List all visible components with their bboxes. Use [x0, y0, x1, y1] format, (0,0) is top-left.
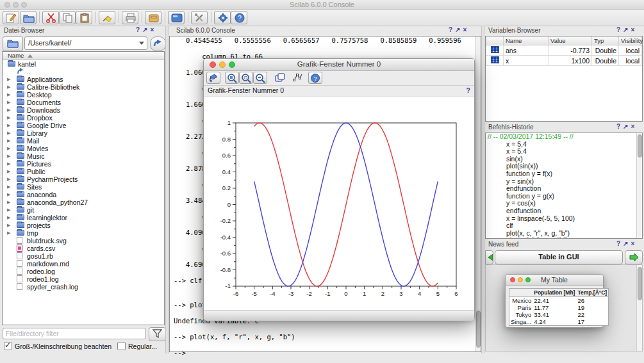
file-tree-item[interactable]: ▶Pictures	[3, 160, 164, 168]
help-button[interactable]: ?	[231, 11, 247, 24]
expand-arrow-icon[interactable]: ▶	[7, 91, 10, 99]
demo-table-row[interactable]: Singa...4.2417	[509, 318, 609, 326]
panel-help-icon[interactable]: ?	[616, 26, 623, 33]
expand-arrow-icon[interactable]: ▶	[7, 198, 10, 206]
col-population[interactable]: Population [Mh]	[533, 289, 576, 297]
expand-arrow-icon[interactable]: ▶	[7, 83, 10, 91]
expand-arrow-icon[interactable]: ▶	[7, 206, 10, 214]
file-tree-item[interactable]: ..	[3, 68, 164, 76]
demo-table-row[interactable]: Tokyo33.4122	[509, 311, 609, 318]
filter-button[interactable]	[149, 327, 166, 341]
panel-help-icon[interactable]: ?	[136, 26, 142, 33]
news-scrollbar-thumb[interactable]	[638, 267, 642, 300]
history-command[interactable]: endfunction	[486, 185, 642, 193]
file-tree-item[interactable]: ▶anaconda	[3, 191, 164, 198]
panel-close-icon[interactable]: ×	[151, 26, 157, 33]
variable-row[interactable]: x1x100Doublelocal	[486, 56, 642, 66]
file-tree-item[interactable]: ▶git	[3, 206, 164, 214]
expand-arrow-icon[interactable]: ▶	[7, 175, 10, 183]
file-tree-item[interactable]: ▶Sites	[3, 183, 164, 191]
case-sensitive-checkbox[interactable]	[4, 342, 12, 350]
table-in-gui-button[interactable]: Table in GUI	[495, 250, 623, 264]
tools-button[interactable]	[191, 11, 208, 24]
file-tree-item[interactable]: gosu1.rb	[3, 252, 164, 260]
datatips-button[interactable]	[291, 72, 305, 84]
demo-table-row[interactable]: Mexico22.4126	[509, 297, 609, 305]
file-tree-item[interactable]: ▶projects	[3, 222, 164, 229]
col-visibility[interactable]: Visibility	[619, 36, 642, 45]
open-file-button[interactable]	[20, 11, 37, 24]
panel-undock-icon[interactable]: ↗	[623, 240, 631, 247]
expand-arrow-icon[interactable]: ▶	[7, 145, 10, 152]
expand-arrow-icon[interactable]: ▶	[7, 160, 10, 168]
file-tree-item[interactable]: ▶learninglektor	[3, 214, 164, 222]
expand-arrow-icon[interactable]: ▶	[7, 168, 10, 175]
command-history-list[interactable]: // -- 02/03/2017 12:15:49 -- //x = 5,4x …	[485, 133, 643, 239]
expand-arrow-icon[interactable]: ▶	[7, 152, 10, 160]
file-tree-item[interactable]: ▶Applications	[3, 76, 164, 83]
up-directory-button[interactable]	[150, 36, 166, 51]
zoom-out-button[interactable]	[253, 72, 267, 84]
file-tree-item[interactable]: ▶tmp	[3, 229, 164, 237]
history-scrollbar-thumb[interactable]	[638, 134, 642, 157]
file-tree-item[interactable]: ▶anaconda_python27	[3, 198, 164, 206]
file-tree-item[interactable]: ▶Public	[3, 168, 164, 175]
file-tree-item[interactable]: ▶Dropbox	[3, 114, 164, 122]
expand-arrow-icon[interactable]: ▶	[7, 222, 10, 229]
console-scrollbar[interactable]	[475, 36, 481, 351]
col-value[interactable]: Value	[549, 36, 592, 45]
expand-arrow-icon[interactable]: ▶	[7, 99, 10, 106]
expand-arrow-icon[interactable]: ▶	[7, 191, 10, 198]
print-button[interactable]	[122, 11, 138, 24]
panel-close-icon[interactable]: ×	[631, 240, 638, 247]
history-scrollbar[interactable]	[636, 133, 642, 238]
file-tree-item[interactable]: ▶Downloads	[3, 106, 164, 114]
expand-arrow-icon[interactable]: ▶	[7, 137, 10, 145]
expand-arrow-icon[interactable]: ▶	[7, 122, 10, 129]
panel-undock-icon[interactable]: ↗	[142, 26, 150, 33]
file-tree-item[interactable]: ▶Mail	[3, 137, 164, 145]
file-tree-item[interactable]: ▶Library	[3, 129, 164, 137]
zoom-in-button[interactable]: O	[239, 72, 253, 84]
file-tree-item[interactable]: ▶Documents	[3, 99, 164, 106]
regex-checkbox[interactable]	[117, 342, 126, 350]
expand-arrow-icon[interactable]: ▶	[7, 76, 10, 83]
zoom-area-button[interactable]	[225, 72, 239, 84]
filter-input[interactable]	[3, 328, 146, 339]
my-table-titlebar[interactable]: My Table	[506, 275, 603, 286]
expand-arrow-icon[interactable]: ▶	[7, 183, 10, 191]
browse-folder-button[interactable]	[3, 36, 23, 51]
file-tree-item[interactable]: markdown.md	[3, 260, 164, 268]
col-temp[interactable]: Temp.[Å°C]	[576, 289, 608, 297]
file-tree-item[interactable]: ▶Movies	[3, 145, 164, 152]
file-tree-item[interactable]: rodeo.log	[3, 268, 164, 275]
graphics-help-button[interactable]: ?	[308, 72, 322, 84]
file-tree-item[interactable]: ▶Desktop	[3, 91, 164, 99]
figure-help-icon[interactable]: ?	[466, 86, 470, 95]
console-scrollbar-thumb[interactable]	[476, 311, 481, 348]
file-tree-item[interactable]: rodeo1.log	[3, 275, 164, 283]
file-tree-item[interactable]: ▶Music	[3, 152, 164, 160]
tree-column-header[interactable]: Name	[3, 52, 164, 60]
console-box-button[interactable]	[168, 11, 185, 24]
panel-help-icon[interactable]: ?	[616, 123, 623, 130]
file-tree-item[interactable]: ▶Google Drive	[3, 122, 164, 129]
preferences-button[interactable]	[214, 11, 231, 24]
expand-arrow-icon[interactable]: ▶	[7, 114, 10, 122]
copy-button[interactable]	[59, 11, 76, 24]
history-command[interactable]: plot(x, f, "r", x, g, "b")	[486, 237, 642, 239]
rotate-button[interactable]	[206, 72, 220, 84]
expand-arrow-icon[interactable]: ▶	[7, 106, 10, 114]
col-typ[interactable]: Typ	[592, 36, 619, 45]
file-tree-item[interactable]: kantel	[3, 60, 164, 68]
copy-figure-button[interactable]	[273, 72, 287, 84]
path-combobox[interactable]: /Users/kantel/	[24, 36, 147, 50]
cut-button[interactable]	[42, 11, 59, 24]
panel-help-icon[interactable]: ?	[616, 240, 623, 247]
variable-row[interactable]: ans-0.773Doublelocal	[486, 45, 642, 56]
previous-demo-button[interactable]	[485, 250, 493, 264]
history-command[interactable]: clf	[486, 222, 642, 230]
archive-button[interactable]	[145, 11, 161, 24]
file-tree-item[interactable]: ▶PycharmProjects	[3, 175, 164, 183]
next-demo-button[interactable]	[625, 250, 643, 264]
